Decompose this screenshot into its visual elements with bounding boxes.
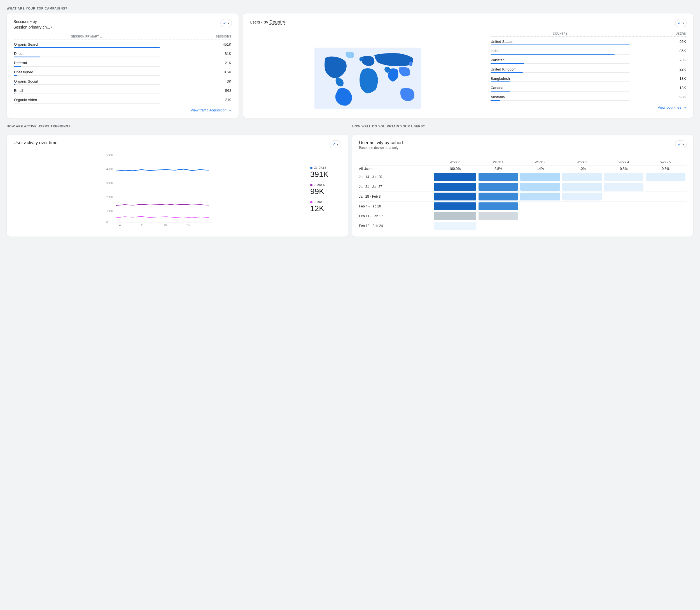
- cohort-table: Week 0Week 1Week 2Week 3Week 4Week 5 All…: [359, 159, 687, 231]
- table-row: Organic Search 451K: [14, 40, 231, 49]
- cohort-cell-empty: [519, 221, 561, 231]
- country-card-title: Users ▾ by Country: [250, 19, 285, 25]
- cohort-cell: [477, 202, 519, 211]
- cohort-cell: [645, 172, 687, 182]
- country-value: 95K: [630, 37, 686, 46]
- trending-section-label: HOW ARE ACTIVE USERS TRENDING?: [7, 125, 348, 128]
- view-countries-label: View countries: [658, 105, 681, 110]
- dimension-label: Session primary ch...: [13, 25, 50, 30]
- all-users-cell: 0.6%: [645, 166, 687, 172]
- cohort-cell: [477, 211, 519, 221]
- cohort-data-row: Feb 11 - Feb 17: [359, 211, 687, 221]
- activity-chart-svg: 500K 400K 300K 200K 100K 0: [13, 153, 306, 226]
- session-name: Organic Social: [14, 77, 160, 86]
- cohort-data-row: Jan 21 - Jan 27: [359, 182, 687, 192]
- world-map-svg: [315, 48, 421, 109]
- legend-dot: [310, 201, 313, 203]
- cohort-cell: [561, 192, 603, 202]
- svg-text:400K: 400K: [107, 168, 113, 171]
- table-row: Referral 21K: [14, 59, 231, 67]
- country-value: 13K: [630, 74, 686, 83]
- cohort-row-label: Feb 11 - Feb 17: [359, 211, 433, 221]
- activity-card-header: User activity over time ✓ ▾: [13, 140, 341, 148]
- country-value: 22K: [630, 65, 686, 74]
- cohort-cell: [477, 182, 519, 192]
- session-value: 451K: [160, 40, 231, 49]
- cohort-cell: [477, 172, 519, 182]
- country-card-header: Users ▾ by Country ✓ ▾: [250, 19, 687, 27]
- country-value: 85K: [630, 47, 686, 55]
- table-row: Email 563: [14, 86, 231, 95]
- cohort-cell-empty: [645, 182, 687, 192]
- svg-text:0: 0: [107, 221, 108, 224]
- country-name: United States: [491, 37, 630, 46]
- country-check-icon: ✓: [678, 20, 681, 26]
- country-name: India: [491, 47, 630, 55]
- view-traffic-link[interactable]: View traffic acquisition →: [13, 108, 232, 112]
- session-value: 563: [160, 86, 231, 95]
- country-data-section: COUNTRY USERS United States 95K India 85…: [486, 32, 687, 125]
- activity-check-icon: ✓: [332, 142, 336, 147]
- table-row: Organic Social 3K: [14, 77, 231, 86]
- users-by-label: by: [264, 20, 269, 25]
- cohort-subtitle: Based on device data only: [359, 146, 403, 150]
- chevron-down-icon: ▾: [228, 21, 229, 25]
- by-label: by: [33, 19, 37, 24]
- cohort-cell-empty: [603, 221, 645, 231]
- svg-text:11: 11: [141, 224, 144, 226]
- cohort-card-title: User activity by cohort: [359, 140, 403, 145]
- campaigns-card: Sessions ▾ by Session primary ch... ▾ ✓ …: [7, 13, 239, 118]
- session-value: 3K: [160, 77, 231, 86]
- users-metric-dropdown[interactable]: Users ▾: [250, 20, 262, 25]
- view-countries-link[interactable]: View countries →: [490, 105, 687, 110]
- cohort-row-label: Feb 4 - Feb 10: [359, 202, 433, 211]
- cohort-cell: [433, 211, 477, 221]
- cohort-cell-empty: [561, 202, 603, 211]
- col2-header: SESSIONS: [160, 35, 231, 39]
- view-countries-arrow: →: [683, 105, 687, 110]
- country-dimension-label: Country: [269, 20, 285, 25]
- country-dimension-dropdown[interactable]: Country: [269, 20, 285, 25]
- all-users-cell: 1.0%: [561, 166, 603, 172]
- svg-text:04: 04: [117, 224, 121, 226]
- session-value: 219: [160, 95, 231, 104]
- session-value: 81K: [160, 49, 231, 58]
- cohort-week-header: Week 1: [477, 159, 519, 166]
- activity-card-controls[interactable]: ✓ ▾: [330, 140, 341, 148]
- cohort-week-header: Week 4: [603, 159, 645, 166]
- cohort-week-header: Week 5: [645, 159, 687, 166]
- cohort-cell: [519, 192, 561, 202]
- retain-section-label: HOW WELL DO YOU RETAIN YOUR USERS?: [352, 125, 693, 128]
- cohort-week-header: Week 3: [561, 159, 603, 166]
- table-row: Canada 13K: [491, 83, 686, 92]
- country-card-controls[interactable]: ✓ ▾: [675, 19, 687, 27]
- cohort-cell-empty: [645, 211, 687, 221]
- chart-svg-wrap: 500K 400K 300K 200K 100K 0: [13, 153, 306, 226]
- cohort-cell-empty: [561, 211, 603, 221]
- legend-value: 391K: [310, 170, 341, 179]
- legend-item: 7 DAYS 99K: [310, 183, 341, 196]
- country-table: COUNTRY USERS United States 95K India 85…: [490, 32, 687, 102]
- table-row: India 85K: [491, 47, 686, 55]
- all-users-cell: 2.8%: [477, 166, 519, 172]
- table-row: Organic Video 219: [14, 95, 231, 104]
- dimension-dropdown-arrow: ▾: [51, 25, 52, 29]
- legend-value: 12K: [310, 204, 341, 213]
- metric-dropdown[interactable]: Sessions ▾: [13, 19, 32, 25]
- cohort-cell-empty: [519, 202, 561, 211]
- country-card: Users ▾ by Country ✓ ▾: [243, 13, 693, 118]
- svg-text:500K: 500K: [107, 154, 113, 157]
- map-section: [250, 32, 486, 125]
- country-name: United Kingdom: [491, 65, 630, 74]
- cohort-cell: [561, 182, 603, 192]
- legend-days: 30 DAYS: [310, 166, 341, 170]
- metric-label: Sessions: [13, 19, 29, 25]
- campaigns-card-controls[interactable]: ✓ ▾: [220, 19, 232, 27]
- cohort-cell: [561, 172, 603, 182]
- dimension-dropdown[interactable]: Session primary ch... ▾: [13, 25, 52, 30]
- legend-value: 99K: [310, 187, 341, 196]
- table-row: United Kingdom 22K: [491, 65, 686, 74]
- cohort-row-label: Feb 18 - Feb 24: [359, 221, 433, 231]
- all-users-label: All Users: [359, 166, 433, 172]
- cohort-card-controls[interactable]: ✓ ▾: [675, 140, 687, 148]
